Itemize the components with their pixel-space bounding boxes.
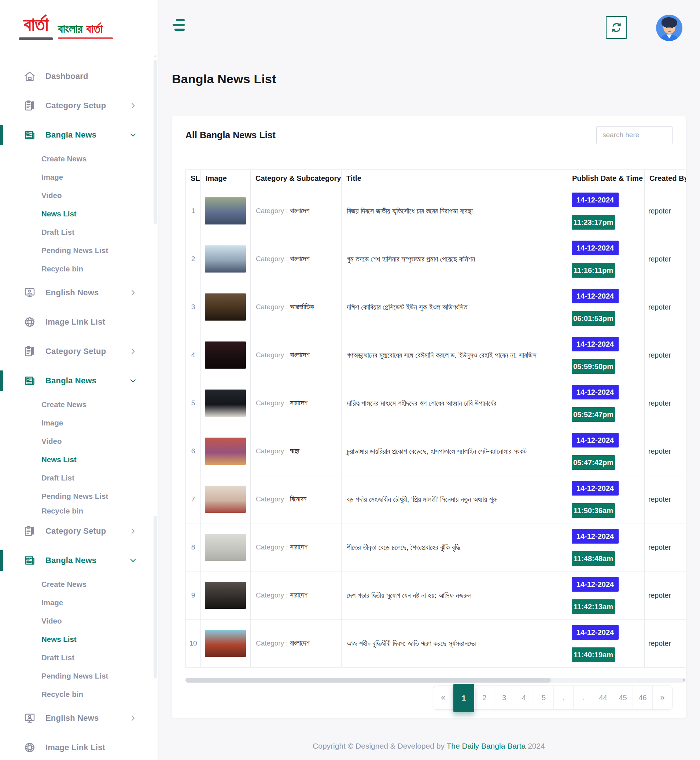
sidebar-subitem-image[interactable]: Image: [0, 168, 158, 186]
monitor-user-icon: [23, 712, 36, 724]
publish-time-badge: 06:01:53pm: [572, 311, 615, 326]
sidebar-subitem-news-list[interactable]: News List: [0, 450, 158, 469]
sidebar-subitem-news-list[interactable]: News List: [0, 630, 158, 649]
cell-category: Category : সারাদেশ: [251, 572, 342, 619]
horizontal-scrollbar-thumb[interactable]: [186, 678, 551, 683]
sidebar-subitem-news-list[interactable]: News List: [0, 205, 158, 223]
pagination-page-5[interactable]: 5: [534, 686, 553, 709]
table-row: 10Category : বাংলাদেশআজ শহীদ বুদ্ধিজীবী …: [186, 619, 686, 668]
cell-image: [201, 283, 251, 331]
sidebar-item-bangla-news[interactable]: Bangla News: [0, 366, 158, 395]
news-thumbnail: [205, 486, 246, 513]
sidebar-subitem-recycle-bin[interactable]: Recycle bin: [0, 260, 158, 278]
column-header-category-subcategory: Category & Subcategory: [251, 170, 342, 187]
pagination-page-.[interactable]: .: [573, 686, 593, 709]
pagination-prev-icon[interactable]: «: [433, 686, 453, 709]
cell-creator: repoter: [645, 379, 686, 427]
sidebar-subitem-create-news[interactable]: Create News: [0, 150, 158, 168]
cell-title: আজ শহীদ বুদ্ধিজীবী দিবস: জাতি স্মরণ করছে…: [342, 619, 567, 668]
sidebar-subitem-image[interactable]: Image: [0, 594, 158, 612]
pagination-page-2[interactable]: 2: [474, 686, 494, 709]
pagination-page-4[interactable]: 4: [514, 686, 534, 709]
sidebar-item-label: Bangla News: [45, 556, 96, 565]
sidebar-item-label: Category Setup: [45, 101, 106, 110]
avatar-mouth: [668, 30, 671, 32]
brand-tagline-bar: [58, 38, 113, 39]
sidebar-subitem-video[interactable]: Video: [0, 186, 158, 205]
chevron-down-icon: [129, 131, 137, 139]
cell-creator: repoter: [645, 572, 686, 619]
pagination-page-3[interactable]: 3: [494, 686, 514, 709]
brand-logo-text-right: বাংলার বার্তা: [58, 22, 113, 35]
clipboard-icon: [23, 345, 36, 357]
sidebar-scrollbar-thumb[interactable]: [153, 516, 157, 679]
sidebar-subitem-pending-news-list[interactable]: Pending News List: [0, 667, 158, 685]
sidebar-subitem-create-news[interactable]: Create News: [0, 395, 158, 414]
sidebar-subitem-label: Pending News List: [41, 246, 108, 255]
sidebar-item-bangla-news[interactable]: Bangla News: [0, 120, 158, 150]
horizontal-scrollbar[interactable]: [186, 678, 686, 683]
publish-date-badge: 14-12-2024: [572, 337, 619, 351]
pagination-page-.[interactable]: .: [553, 686, 573, 709]
pagination-page-46[interactable]: 46: [633, 686, 652, 709]
pagination-next-icon[interactable]: »: [652, 686, 672, 709]
category-value: সারাদেশ: [290, 543, 308, 551]
sidebar-subitem-draft-list[interactable]: Draft List: [0, 223, 158, 241]
pagination-page-1[interactable]: 1: [453, 684, 474, 712]
sidebar-scrollbar-thumb[interactable]: [153, 60, 157, 224]
sidebar-item-category-setup[interactable]: Category Setup: [0, 337, 158, 366]
search-input[interactable]: [596, 126, 672, 144]
sidebar-subitem-draft-list[interactable]: Draft List: [0, 649, 158, 667]
sidebar-item-image-link-list[interactable]: Image Link List: [0, 733, 158, 760]
sidebar-subitem-pending-news-list[interactable]: Pending News List: [0, 241, 158, 260]
sidebar-item-english-news[interactable]: English News: [0, 704, 158, 733]
publish-date-badge: 14-12-2024: [572, 385, 619, 400]
sidebar-item-category-setup[interactable]: Category Setup: [0, 516, 158, 546]
sidebar-item-category-setup[interactable]: Category Setup: [0, 91, 158, 120]
publish-time-badge: 11:50:36am: [572, 503, 615, 518]
cell-publish-datetime: 14-12-202411:23:17pm: [567, 187, 645, 235]
pagination-page-45[interactable]: 45: [613, 686, 633, 709]
category-label: Category :: [256, 543, 288, 551]
category-value: সারাদেশ: [290, 399, 308, 407]
sidebar-scrollbar-arrow-icon[interactable]: [154, 55, 157, 57]
card-header: All Bangla News List: [172, 116, 686, 154]
sidebar-subitem-video[interactable]: Video: [0, 432, 158, 450]
footer-brand-link[interactable]: The Daily Bangla Barta: [446, 742, 525, 750]
sidebar-subitem-video[interactable]: Video: [0, 612, 158, 630]
sidebar-item-label: Image Link List: [45, 743, 105, 752]
sidebar-subitem-create-news[interactable]: Create News: [0, 575, 158, 594]
cell-serial: 8: [186, 523, 201, 572]
sidebar-subitem-pending-news-list[interactable]: Pending News List: [0, 487, 158, 505]
cell-serial: 10: [186, 619, 201, 668]
cell-creator: repoter: [645, 331, 686, 379]
table-row: 2Category : বাংলাদেশগুম তদন্তে শেখ হাসিন…: [186, 235, 686, 283]
sidebar-subitem-recycle-bin[interactable]: Recycle bin: [0, 685, 158, 704]
monitor-user-icon: [23, 287, 36, 299]
sidebar-item-image-link-list[interactable]: Image Link List: [0, 307, 158, 337]
sidebar-item-english-news[interactable]: English News: [0, 278, 158, 307]
sidebar-subitem-label: Video: [41, 191, 62, 200]
publish-date-badge: 14-12-2024: [572, 481, 619, 495]
sidebar-item-bangla-news[interactable]: Bangla News: [0, 546, 158, 575]
cell-publish-datetime: 14-12-202411:50:36am: [567, 475, 645, 523]
cell-category: Category : আন্তর্জাতিক: [251, 283, 342, 331]
sidebar-subitem-image[interactable]: Image: [0, 414, 158, 432]
publish-time-badge: 05:47:42pm: [572, 455, 615, 470]
brand-logo[interactable]: বার্তা বাংলার বার্তা: [0, 0, 158, 55]
pagination-page-44[interactable]: 44: [593, 686, 613, 709]
sidebar-subitem-label: Image: [41, 598, 63, 607]
table-header-row: SLImageCategory & SubcategoryTitlePublis…: [186, 170, 686, 187]
user-avatar[interactable]: [656, 15, 683, 41]
sidebar-subitem-recycle-bin[interactable]: Recycle bin: [0, 505, 158, 516]
avatar-hair: [661, 17, 677, 28]
sidebar-item-label: Bangla News: [45, 130, 96, 140]
cell-title: চুয়াডাঙ্গায় ডায়রিয়ার প্রকোপ বেড়েছে,…: [342, 427, 567, 475]
refresh-button[interactable]: [606, 16, 627, 39]
cell-publish-datetime: 14-12-202405:52:47pm: [567, 379, 645, 427]
sidebar-item-dashboard[interactable]: Dashboard: [0, 62, 158, 91]
hamburger-menu-icon[interactable]: [172, 18, 185, 33]
publish-date-badge: 14-12-2024: [572, 241, 619, 255]
sidebar-subitem-draft-list[interactable]: Draft List: [0, 469, 158, 487]
brand-word-green: বাংলার: [58, 22, 83, 36]
